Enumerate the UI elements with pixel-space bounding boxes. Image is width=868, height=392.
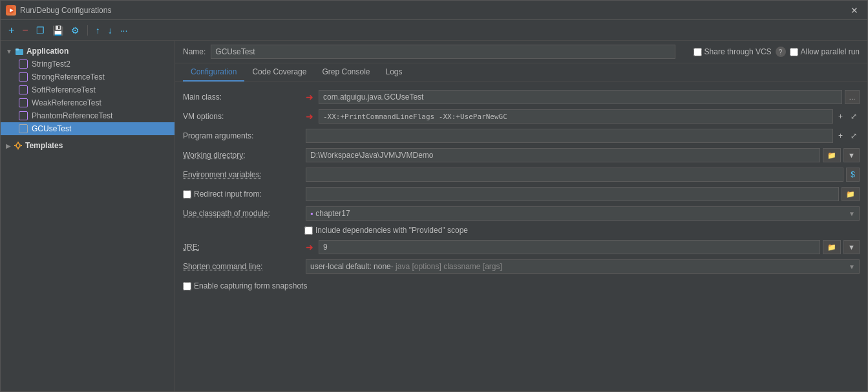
chevron-right-icon: ▶ <box>6 142 11 149</box>
tab-configuration[interactable]: Configuration <box>183 63 244 82</box>
redirect-browse-button[interactable]: 📁 <box>842 187 860 201</box>
classpath-select[interactable]: ▪ chapter17 ▼ <box>306 206 860 221</box>
shorten-label: Shorten command line: <box>183 262 306 271</box>
title-bar: Run/Debug Configurations ✕ <box>1 1 867 20</box>
class-icon <box>19 85 28 94</box>
jre-dropdown-button[interactable]: ▼ <box>843 240 860 254</box>
vm-options-label: VM options: <box>183 112 306 121</box>
sidebar: ▼ Application StringTest2 StrongReferenc… <box>1 41 175 391</box>
shorten-select[interactable]: user-local default: none - java [options… <box>306 259 860 274</box>
shorten-control: user-local default: none - java [options… <box>306 259 860 274</box>
sidebar-item-softreferencetest[interactable]: SoftReferenceTest <box>1 83 175 96</box>
classpath-dropdown-icon: ▼ <box>849 210 855 217</box>
vm-options-input[interactable] <box>319 109 833 124</box>
vm-options-expand-button[interactable]: ⤢ <box>848 111 860 122</box>
more-button[interactable]: ··· <box>118 24 131 37</box>
sidebar-item-strongreferencetest[interactable]: StrongReferenceTest <box>1 71 175 83</box>
name-bar: Name: Share through VCS ? Allow parallel… <box>175 41 867 63</box>
sidebar-application-label: Application <box>26 47 69 56</box>
sidebar-item-label: StringTest2 <box>32 60 70 69</box>
toolbar: + − ❐ 💾 ⚙ ↑ ↓ ··· <box>1 20 867 41</box>
move-up-button[interactable]: ↑ <box>93 24 103 37</box>
parallel-checkbox[interactable] <box>790 48 798 56</box>
program-args-input[interactable] <box>306 129 833 143</box>
class-icon <box>19 60 28 69</box>
tab-logs[interactable]: Logs <box>378 63 410 82</box>
redirect-input[interactable] <box>306 187 839 201</box>
env-vars-input[interactable] <box>306 168 843 182</box>
sidebar-group-templates[interactable]: ▶ Templates <box>1 139 175 152</box>
snapshots-row: Enable capturing form snapshots <box>175 276 867 296</box>
shorten-row: Shorten command line: user-local default… <box>175 257 867 276</box>
parallel-checkbox-label[interactable]: Allow parallel run <box>790 47 860 56</box>
shorten-dropdown-icon: ▼ <box>849 263 855 270</box>
env-vars-row: Environment variables: $ <box>175 165 867 184</box>
save-button[interactable]: 💾 <box>50 24 66 37</box>
tab-grep-console[interactable]: Grep Console <box>314 63 377 82</box>
vm-options-add-button[interactable]: + <box>836 111 845 122</box>
redirect-row: Redirect input from: 📁 <box>175 184 867 204</box>
sidebar-section-application: ▼ Application StringTest2 StrongReferenc… <box>1 43 175 136</box>
parallel-label: Allow parallel run <box>801 47 860 56</box>
name-input[interactable] <box>211 45 675 59</box>
sidebar-item-gcusetest[interactable]: GCUseTest <box>1 122 175 135</box>
module-icon: ▪ <box>310 209 313 218</box>
jre-browse-button[interactable]: 📁 <box>823 240 841 254</box>
sidebar-item-label: StrongReferenceTest <box>32 72 105 82</box>
working-dir-browse-button[interactable]: 📁 <box>823 148 841 162</box>
chevron-down-icon: ▼ <box>6 48 12 55</box>
jre-label: JRE: <box>183 243 306 252</box>
program-args-add-button[interactable]: + <box>836 130 845 142</box>
tab-code-coverage[interactable]: Code Coverage <box>244 63 314 82</box>
snapshots-checkbox-label[interactable]: Enable capturing form snapshots <box>183 281 307 290</box>
shorten-value: user-local default: none <box>310 262 391 271</box>
program-args-control: + ⤢ <box>306 129 860 143</box>
redirect-checkbox-label[interactable]: Redirect input from: <box>183 190 306 199</box>
main-class-browse-button[interactable]: ... <box>845 90 860 104</box>
close-button[interactable]: ✕ <box>847 4 862 17</box>
classpath-label: Use classpath of module: <box>183 209 306 218</box>
jre-input[interactable] <box>319 240 820 254</box>
redirect-label: Redirect input from: <box>183 190 306 199</box>
main-class-input[interactable] <box>319 90 842 104</box>
move-down-button[interactable]: ↓ <box>105 24 115 37</box>
include-deps-checkbox-label[interactable]: Include dependencies with "Provided" sco… <box>304 226 468 235</box>
working-dir-input[interactable] <box>306 148 820 162</box>
redirect-control: 📁 <box>306 187 860 201</box>
env-vars-browse-button[interactable]: $ <box>846 168 860 182</box>
include-deps-checkbox[interactable] <box>304 226 313 235</box>
svg-point-4 <box>16 144 20 147</box>
help-icon[interactable]: ? <box>776 47 786 57</box>
snapshots-checkbox[interactable] <box>183 282 191 290</box>
program-args-row: Program arguments: + ⤢ <box>175 126 867 146</box>
add-button[interactable]: + <box>6 23 17 38</box>
main-class-row: Main class: ➜ ... <box>175 87 867 107</box>
working-dir-control: 📁 ▼ <box>306 148 860 162</box>
svg-rect-5 <box>17 142 19 143</box>
classpath-control: ▪ chapter17 ▼ <box>306 206 860 221</box>
vm-options-arrow-icon: ➜ <box>306 111 313 122</box>
sidebar-item-phantomreferencetest[interactable]: PhantomReferenceTest <box>1 109 175 122</box>
working-dir-row: Working directory: 📁 ▼ <box>175 146 867 165</box>
vcs-checkbox-label[interactable]: Share through VCS <box>693 47 772 56</box>
main-class-label: Main class: <box>183 93 306 102</box>
settings-button[interactable]: ⚙ <box>69 24 82 37</box>
class-icon <box>19 111 28 120</box>
remove-button[interactable]: − <box>19 23 30 38</box>
copy-button[interactable]: ❐ <box>34 24 47 37</box>
program-args-expand-button[interactable]: ⤢ <box>848 130 860 142</box>
class-icon <box>19 72 28 82</box>
svg-rect-7 <box>14 145 16 146</box>
sidebar-group-application[interactable]: ▼ Application <box>1 45 175 58</box>
app-icon <box>6 5 16 16</box>
right-panel: Name: Share through VCS ? Allow parallel… <box>175 41 867 391</box>
redirect-checkbox[interactable] <box>183 190 191 199</box>
include-deps-label: Include dependencies with "Provided" sco… <box>315 226 468 235</box>
sidebar-item-weakreferencetest[interactable]: WeakReferenceTest <box>1 96 175 109</box>
config-body: Main class: ➜ ... VM options: ➜ + ⤢ <box>175 82 867 391</box>
application-folder-icon <box>15 47 24 56</box>
vcs-checkbox[interactable] <box>693 48 702 56</box>
sidebar-item-stringtest2[interactable]: StringTest2 <box>1 58 175 71</box>
working-dir-dropdown-button[interactable]: ▼ <box>843 148 860 162</box>
jre-arrow-icon: ➜ <box>306 242 313 252</box>
